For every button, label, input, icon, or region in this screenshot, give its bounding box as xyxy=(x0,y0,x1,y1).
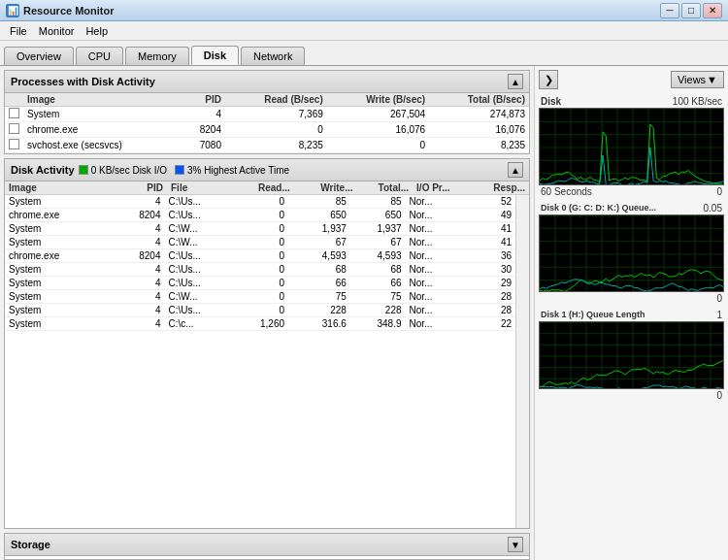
storage-section-title: Storage xyxy=(11,539,50,550)
tab-bar: Overview CPU Memory Disk Network xyxy=(0,41,728,66)
col-da-pid: PID xyxy=(116,181,167,195)
disk-activity-collapse-button[interactable]: ▲ xyxy=(508,162,523,178)
processes-table-container: Image PID Read (B/sec) Write (B/sec) Tot… xyxy=(5,93,529,153)
processes-collapse-button[interactable]: ▲ xyxy=(508,74,523,89)
badge-active-text: 3% Highest Active Time xyxy=(187,165,289,176)
maximize-button[interactable]: □ xyxy=(681,3,701,18)
chart-disk1 xyxy=(539,321,724,389)
row-file: C:\Us... xyxy=(164,277,233,290)
chart-disk-footer: 60 Seconds 0 xyxy=(539,185,724,198)
processes-section-title: Processes with Disk Activity xyxy=(11,76,155,87)
row-pid: 4 xyxy=(115,317,164,331)
row-total: 650 xyxy=(350,209,406,222)
menu-help[interactable]: Help xyxy=(80,23,114,39)
row-write: 0 xyxy=(327,138,429,153)
views-label: Views xyxy=(678,74,706,85)
row-write: 267,504 xyxy=(327,107,429,122)
tab-network[interactable]: Network xyxy=(241,47,305,65)
storage-section-header[interactable]: Storage ▼ xyxy=(5,534,529,556)
table-row[interactable]: System 4 C:\c... 1,260 316.6 348.9 Nor..… xyxy=(5,317,515,331)
table-row[interactable]: System 4 C:\W... 0 1,937 1,937 Nor... 41 xyxy=(5,222,515,236)
row-write: 228 xyxy=(288,304,350,317)
disk-activity-header[interactable]: Disk Activity 0 KB/sec Disk I/O 3% Highe… xyxy=(5,159,529,181)
disk-activity-scrollbar[interactable] xyxy=(515,195,529,528)
views-button[interactable]: Views ▼ xyxy=(671,71,724,88)
table-row[interactable]: System 4 C:\W... 0 67 67 Nor... 41 xyxy=(5,236,515,249)
row-image: chrome.exe xyxy=(5,209,115,222)
row-write: 1,937 xyxy=(288,222,350,236)
row-total: 1,937 xyxy=(350,222,406,236)
col-checkbox xyxy=(5,93,23,107)
disk-badges: 0 KB/sec Disk I/O 3% Highest Active Time xyxy=(79,165,289,176)
row-read: 0 xyxy=(233,236,288,249)
col-total: Total (B/sec) xyxy=(429,93,529,107)
chart-disk xyxy=(539,108,724,185)
row-checkbox[interactable] xyxy=(5,138,23,153)
window-title: Resource Monitor xyxy=(23,5,115,16)
disk-activity-table-header: Image PID File Read... Write... Total...… xyxy=(5,181,529,195)
row-image: System xyxy=(5,236,115,249)
table-row[interactable]: System 4 7,369 267,504 274,873 xyxy=(5,107,529,122)
storage-section: Storage ▼ xyxy=(4,533,530,560)
row-pid: 4 xyxy=(115,290,164,304)
processes-section: Processes with Disk Activity ▲ Image PID… xyxy=(4,70,530,154)
row-checkbox[interactable] xyxy=(5,122,23,138)
table-row[interactable]: chrome.exe 8204 C:\Us... 0 4,593 4,593 N… xyxy=(5,249,515,263)
row-resp: 41 xyxy=(463,236,515,249)
views-dropdown-icon: ▼ xyxy=(707,74,717,85)
row-checkbox[interactable] xyxy=(5,107,23,122)
disk-activity-rows-container: System 4 C:\Us... 0 85 85 Nor... 52 chro… xyxy=(5,195,529,528)
row-total: 85 xyxy=(350,195,406,209)
tab-disk[interactable]: Disk xyxy=(191,46,239,65)
row-total: 348.9 xyxy=(350,317,406,331)
table-row[interactable]: chrome.exe 8204 0 16,076 16,076 xyxy=(5,122,529,138)
row-image: chrome.exe xyxy=(23,122,181,138)
table-row[interactable]: chrome.exe 8204 C:\Us... 0 650 650 Nor..… xyxy=(5,209,515,222)
col-da-iopr: I/O Pr... xyxy=(413,181,472,195)
row-image: chrome.exe xyxy=(5,249,115,263)
badge-io-color xyxy=(79,165,88,175)
menu-bar: File Monitor Help xyxy=(0,21,728,41)
row-pid: 4 xyxy=(115,195,164,209)
row-write: 66 xyxy=(288,277,350,290)
col-pid: PID xyxy=(181,93,225,107)
row-iopr: Nor... xyxy=(406,290,464,304)
right-panel: ❯ Views ▼ Disk 100 KB/sec 60 Seconds 0 xyxy=(534,66,728,560)
table-row[interactable]: System 4 C:\W... 0 75 75 Nor... 28 xyxy=(5,290,515,304)
row-image: System xyxy=(5,304,115,317)
disk-activity-scroll[interactable]: System 4 C:\Us... 0 85 85 Nor... 52 chro… xyxy=(5,195,515,528)
table-row[interactable]: System 4 C:\Us... 0 66 66 Nor... 29 xyxy=(5,277,515,290)
storage-collapse-button[interactable]: ▼ xyxy=(508,537,523,552)
row-resp: 22 xyxy=(463,317,515,331)
title-bar: 📊 Resource Monitor ─ □ ✕ xyxy=(0,0,728,21)
badge-io-text: 0 KB/sec Disk I/O xyxy=(91,165,167,176)
tab-cpu[interactable]: CPU xyxy=(76,47,123,65)
table-row[interactable]: svchost.exe (secsvcs) 7080 8,235 0 8,235 xyxy=(5,138,529,153)
row-total: 16,076 xyxy=(429,122,529,138)
table-row[interactable]: System 4 C:\Us... 0 85 85 Nor... 52 xyxy=(5,195,515,209)
nav-button[interactable]: ❯ xyxy=(539,70,558,89)
row-total: 274,873 xyxy=(429,107,529,122)
minimize-button[interactable]: ─ xyxy=(660,3,679,18)
row-total: 67 xyxy=(350,236,406,249)
processes-section-header[interactable]: Processes with Disk Activity ▲ xyxy=(5,71,529,93)
close-button[interactable]: ✕ xyxy=(703,3,722,18)
row-resp: 41 xyxy=(463,222,515,236)
row-iopr: Nor... xyxy=(406,249,464,263)
row-image: System xyxy=(5,290,115,304)
tab-overview[interactable]: Overview xyxy=(4,47,74,65)
badge-active: 3% Highest Active Time xyxy=(175,165,289,176)
table-row[interactable]: System 4 C:\Us... 0 68 68 Nor... 30 xyxy=(5,263,515,277)
table-row[interactable]: System 4 C:\Us... 0 228 228 Nor... 28 xyxy=(5,304,515,317)
tab-memory[interactable]: Memory xyxy=(125,47,189,65)
row-read: 7,369 xyxy=(225,107,327,122)
row-write: 4,593 xyxy=(288,249,350,263)
row-image: System xyxy=(5,263,115,277)
menu-monitor[interactable]: Monitor xyxy=(33,23,81,39)
menu-file[interactable]: File xyxy=(4,23,33,39)
badge-io: 0 KB/sec Disk I/O xyxy=(79,165,167,176)
right-top-bar: ❯ Views ▼ xyxy=(539,70,724,89)
row-iopr: Nor... xyxy=(406,209,464,222)
chart-disk-value: 0 xyxy=(716,186,722,197)
disk-activity-section: Disk Activity 0 KB/sec Disk I/O 3% Highe… xyxy=(4,158,530,529)
